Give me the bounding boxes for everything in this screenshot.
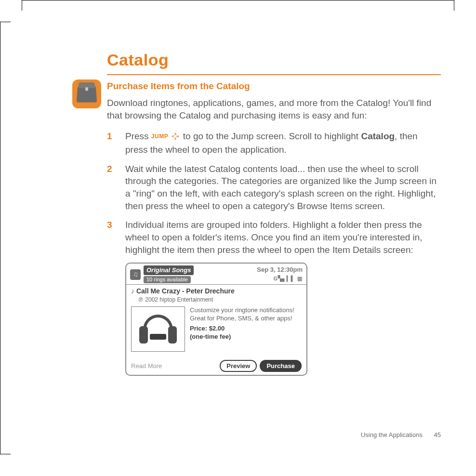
device-buttons: Preview Purchase — [220, 360, 302, 372]
titlebar-right: Sep 3, 12:30pm G▚▖▎▍ ▥ — [257, 265, 303, 282]
price-line1: Price: $2.00 — [190, 325, 225, 332]
preview-button[interactable]: Preview — [220, 360, 257, 372]
crop-mark — [0, 454, 11, 454]
titlebar-text: Original Songs 10 rings available — [144, 265, 194, 283]
crop-mark — [22, 0, 454, 0]
crop-mark — [0, 22, 11, 22]
step-bold: Catalog — [361, 131, 395, 141]
svg-point-0 — [174, 135, 177, 138]
page-title: Catalog — [107, 51, 441, 69]
step-body: Wait while the latest Catalog contents l… — [125, 163, 441, 212]
page-content: Catalog Purchase Items from the Catalog … — [72, 51, 441, 376]
headphones-icon — [139, 315, 177, 344]
step-number: 3 — [107, 219, 125, 256]
titlebar-title: Original Songs — [144, 265, 194, 275]
step-number: 2 — [107, 163, 125, 212]
device-footer: Read More Preview Purchase — [126, 360, 306, 372]
crop-mark — [454, 0, 454, 11]
titlebar-subtitle: 10 rings available — [144, 276, 191, 283]
item-copyright: 2002 hiptop Entertainment — [126, 296, 306, 305]
step-body: Individual items are grouped into folder… — [125, 219, 441, 256]
item-details: Customize your ringtone notifications! G… — [190, 306, 302, 352]
item-price: Price: $2.00 (one-time fee) — [190, 324, 302, 341]
item-row: Customize your ringtone notifications! G… — [126, 305, 306, 353]
step-number: 1 — [107, 130, 125, 156]
jump-label: JUMP — [151, 133, 168, 140]
status-icons: G▚▖▎▍ ▥ — [257, 275, 303, 282]
intro-paragraph: Download ringtones, applications, games,… — [107, 97, 441, 121]
item-thumbnail — [131, 306, 185, 352]
step-body: Press JUMP to go to the Jump screen. Scr… — [125, 130, 441, 156]
svg-point-2 — [175, 139, 176, 140]
item-title: Call Me Crazy - Peter Drechure — [126, 285, 306, 296]
jump-wheel-icon — [172, 131, 179, 144]
footer-section: Using the Applications — [361, 431, 423, 438]
device-screenshot: ♫ Original Songs 10 rings available Sep … — [125, 263, 307, 376]
step-1: 1 Press JUMP to go to the Jump screen. S… — [107, 130, 441, 156]
price-line2: (one-time fee) — [190, 333, 231, 340]
page-footer: Using the Applications 45 — [361, 431, 441, 438]
read-more-label: Read More — [131, 362, 162, 370]
titlebar-left: ♫ Original Songs 10 rings available — [130, 265, 194, 283]
step-text: Press — [125, 131, 151, 141]
device-titlebar: ♫ Original Songs 10 rings available Sep … — [126, 264, 306, 284]
crop-mark — [0, 22, 0, 454]
svg-point-4 — [178, 136, 179, 137]
titlebar-datetime: Sep 3, 12:30pm — [257, 265, 303, 274]
crop-mark — [22, 0, 22, 11]
steps-list: 1 Press JUMP to go to the Jump screen. S… — [107, 130, 441, 256]
body-content: Purchase Items from the Catalog Download… — [107, 80, 441, 376]
svg-point-1 — [175, 133, 176, 134]
title-rule — [107, 74, 441, 75]
page-number: 45 — [434, 431, 441, 438]
chest-icon — [77, 86, 97, 102]
step-2: 2 Wait while the latest Catalog contents… — [107, 163, 441, 212]
catalog-icon — [72, 79, 101, 108]
item-description: Customize your ringtone notifications! G… — [190, 306, 302, 322]
music-note-icon: ♫ — [130, 269, 141, 280]
step-text: to go to the Jump screen. Scroll to high… — [183, 131, 361, 141]
step-3: 3 Individual items are grouped into fold… — [107, 219, 441, 256]
purchase-button[interactable]: Purchase — [260, 360, 302, 372]
svg-point-3 — [172, 136, 173, 137]
section-subhead: Purchase Items from the Catalog — [107, 80, 441, 93]
